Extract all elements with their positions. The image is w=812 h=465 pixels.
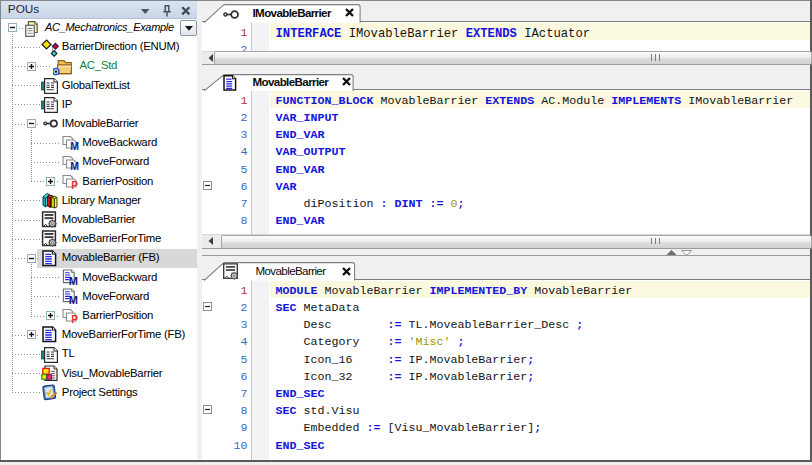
svg-text:M: M (70, 159, 79, 171)
svg-text:P: P (71, 314, 78, 325)
svg-text:P: P (71, 180, 78, 191)
svg-text:M: M (68, 274, 77, 286)
svg-text:M: M (68, 294, 77, 306)
svg-text:M: M (70, 140, 79, 152)
